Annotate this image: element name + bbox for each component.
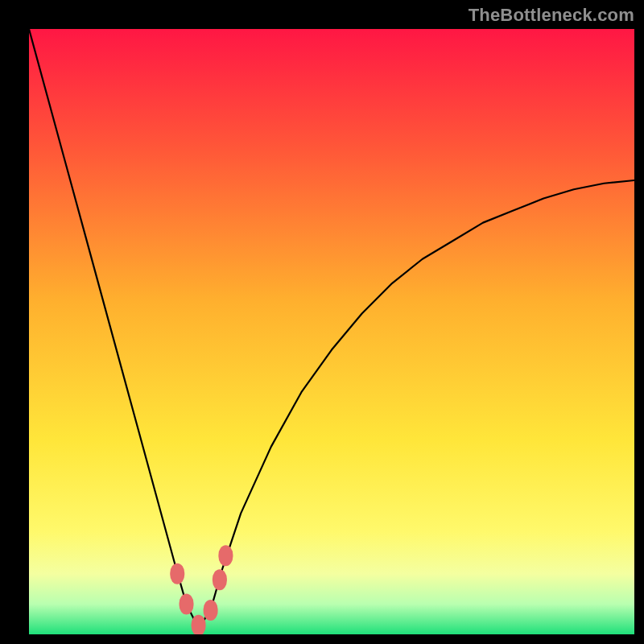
- gradient-background: [29, 29, 634, 634]
- bottleneck-chart: [29, 29, 634, 634]
- valley-marker: [192, 615, 206, 634]
- valley-marker: [213, 569, 227, 590]
- valley-marker: [204, 600, 218, 621]
- valley-marker: [170, 564, 184, 584]
- chart-frame: TheBottleneck.com: [0, 0, 644, 644]
- valley-marker: [218, 545, 233, 566]
- valley-marker: [180, 593, 194, 614]
- watermark-text: TheBottleneck.com: [469, 5, 634, 26]
